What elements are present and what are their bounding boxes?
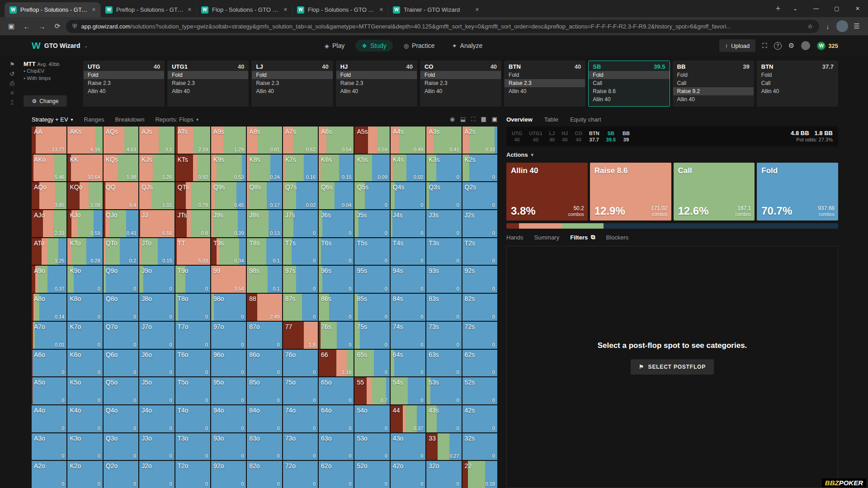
action-allin-40[interactable]: Allin 40 <box>168 87 248 95</box>
matrix-cell-82o[interactable]: 82o0 <box>247 461 282 488</box>
action-call[interactable]: Call <box>757 79 838 87</box>
change-solution-button[interactable]: ⚙ Change <box>24 95 67 107</box>
matrix-cell-43o[interactable]: 43o0 <box>391 433 425 460</box>
matrix-cell-A9s[interactable]: A9s1.29 <box>211 127 246 154</box>
matrix-cell-K6s[interactable]: K6s0.15 <box>319 155 354 182</box>
matrix-cell-AKo[interactable]: AKo5.46 <box>32 155 66 182</box>
action-raise-8-6[interactable]: Raise 8.6 <box>589 87 669 95</box>
matrix-cell-AA[interactable]: AA13.77 <box>32 127 66 154</box>
save-icon[interactable]: ⎙ <box>10 80 14 87</box>
matrix-cell-T7o[interactable]: T7o0 <box>175 322 210 349</box>
matrix-cell-K7s[interactable]: K7s0.16 <box>283 155 318 182</box>
grid-view-icon[interactable]: ▦ <box>481 116 486 123</box>
spot-column-bb-7[interactable]: BB39FoldCallRaise 9.2Allin 40 <box>673 61 754 107</box>
matrix-cell-22[interactable]: 220.18 <box>462 461 497 488</box>
action-call[interactable]: Call <box>589 79 669 87</box>
matrix-cell-T4s[interactable]: T4s0 <box>391 238 425 265</box>
matrix-cell-KJs[interactable]: KJs1.26 <box>139 155 174 182</box>
bookmark-star-icon[interactable]: ☆ <box>807 23 813 30</box>
matrix-cell-84o[interactable]: 84o0 <box>247 405 282 432</box>
matrix-cell-82s[interactable]: 82s0 <box>462 294 497 321</box>
layers-icon[interactable]: ⌗ <box>10 90 14 96</box>
url-text[interactable]: app.gtowizard.com/solutions?solution_typ… <box>81 23 804 30</box>
matrix-cell-96o[interactable]: 96o0 <box>211 350 246 377</box>
matrix-cell-43s[interactable]: 43s0 <box>426 405 461 432</box>
matrix-cell-J9o[interactable]: J9o0 <box>139 266 174 293</box>
reload-icon[interactable]: ⟳ <box>51 19 64 33</box>
matrix-cell-42o[interactable]: 42o0 <box>391 461 425 488</box>
matrix-cell-K8o[interactable]: K8o0 <box>67 294 102 321</box>
action-card-call[interactable]: Call 12.6% 167.1combos <box>674 163 755 221</box>
matrix-cell-A7o[interactable]: A7o0.01 <box>32 322 66 349</box>
matrix-cell-K4o[interactable]: K4o0 <box>67 405 102 432</box>
matrix-cell-42s[interactable]: 42s0 <box>462 405 497 432</box>
matrix-cell-T9o[interactable]: T9o0 <box>175 266 210 293</box>
matrix-cell-66[interactable]: 661.18 <box>319 350 354 377</box>
actions-dropdown[interactable]: Actions ▾ <box>506 146 838 163</box>
matrix-cell-63o[interactable]: 63o0 <box>319 433 354 460</box>
expand-icon[interactable]: ⛶ <box>471 116 475 123</box>
matrix-cell-J5s[interactable]: J5s0 <box>354 210 389 237</box>
matrix-cell-95o[interactable]: 95o0 <box>211 377 246 404</box>
matrix-cell-53s[interactable]: 53s0 <box>426 377 461 404</box>
matrix-cell-KQs[interactable]: KQs1.98 <box>104 155 138 182</box>
matrix-cell-J4s[interactable]: J4s0 <box>391 210 425 237</box>
matrix-cell-Q3s[interactable]: Q3s0 <box>426 182 461 209</box>
matrix-cell-T5s[interactable]: T5s0 <box>354 238 389 265</box>
measure-icon[interactable]: ⌶ <box>10 99 14 106</box>
tab-close-icon[interactable]: ✕ <box>92 7 96 13</box>
matrix-cell-92s[interactable]: 92s0 <box>462 266 497 293</box>
wizard-coins[interactable]: W 325 <box>817 42 838 50</box>
browser-tab-3[interactable]: WFlop - Solutions - GTO Wizard✕ <box>292 2 388 17</box>
matrix-cell-J3s[interactable]: J3s0 <box>426 210 461 237</box>
matrix-cell-76o[interactable]: 76o0 <box>283 350 318 377</box>
matrix-cell-83s[interactable]: 83s0 <box>426 294 461 321</box>
action-allin-40[interactable]: Allin 40 <box>673 95 754 103</box>
matrix-cell-Q3o[interactable]: Q3o0 <box>104 433 138 460</box>
browser-tab-0[interactable]: WPreflop - Solutions - GTO Wizard✕ <box>5 2 100 17</box>
matrix-cell-52o[interactable]: 52o0 <box>354 461 389 488</box>
matrix-cell-A3o[interactable]: A3o0 <box>32 433 66 460</box>
matrix-cell-K3s[interactable]: K3s0 <box>426 155 461 182</box>
matrix-cell-KQo[interactable]: KQo1.08 <box>67 182 102 209</box>
action-raise-2-3[interactable]: Raise 2.3 <box>84 79 164 87</box>
matrix-cell-52s[interactable]: 52s0 <box>462 377 497 404</box>
matrix-cell-KJo[interactable]: KJo0.59 <box>67 210 102 237</box>
matrix-cell-62o[interactable]: 62o0 <box>319 461 354 488</box>
matrix-cell-32o[interactable]: 32o0 <box>426 461 461 488</box>
matrix-cell-T4o[interactable]: T4o0 <box>175 405 210 432</box>
matrix-cell-88[interactable]: 882.49 <box>247 294 282 321</box>
subtab-filters[interactable]: Filters ⧉ <box>570 234 595 241</box>
matrix-cell-86o[interactable]: 86o0 <box>247 350 282 377</box>
matrix-cell-Q2o[interactable]: Q2o0 <box>104 461 138 488</box>
spot-column-utg1-1[interactable]: UTG140FoldRaise 2.3Allin 40 <box>167 61 249 107</box>
matrix-cell-KTo[interactable]: KTo0.28 <box>67 238 102 265</box>
matrix-cell-J5o[interactable]: J5o0 <box>139 377 174 404</box>
action-fold[interactable]: Fold <box>505 71 585 79</box>
matrix-cell-T3o[interactable]: T3o0 <box>175 433 210 460</box>
matrix-cell-64s[interactable]: 64s0 <box>391 350 425 377</box>
matrix-cell-T5o[interactable]: T5o0 <box>175 377 210 404</box>
browser-tab-4[interactable]: WTrainer - GTO Wizard✕ <box>388 2 484 17</box>
matrix-cell-K5o[interactable]: K5o0 <box>67 377 102 404</box>
matrix-cell-94s[interactable]: 94s0 <box>391 266 425 293</box>
new-tab-button[interactable]: + <box>771 0 785 17</box>
matrix-cell-87o[interactable]: 87o0 <box>247 322 282 349</box>
matrix-cell-ATo[interactable]: ATo1.25 <box>32 238 66 265</box>
matrix-cell-A2s[interactable]: A2s0.33 <box>462 127 497 154</box>
tab-equity-chart[interactable]: Equity chart <box>570 116 601 123</box>
spot-column-co-4[interactable]: CO40FoldRaise 2.3Allin 40 <box>420 61 501 107</box>
matrix-cell-94o[interactable]: 94o0 <box>211 405 246 432</box>
matrix-cell-T2s[interactable]: T2s0 <box>462 238 497 265</box>
display-icon[interactable]: ⬓ <box>460 116 466 123</box>
matrix-cell-K3o[interactable]: K3o0 <box>67 433 102 460</box>
matrix-cell-K4s[interactable]: K4s0.02 <box>391 155 425 182</box>
matrix-cell-62s[interactable]: 62s0 <box>462 350 497 377</box>
matrix-cell-T6o[interactable]: T6o0 <box>175 350 210 377</box>
matrix-cell-J8o[interactable]: J8o0 <box>139 294 174 321</box>
matrix-cell-73s[interactable]: 73s0 <box>426 322 461 349</box>
action-allin-40[interactable]: Allin 40 <box>757 87 838 95</box>
matrix-cell-QQ[interactable]: QQ8.4 <box>104 182 138 209</box>
matrix-cell-J6s[interactable]: J6s0 <box>319 210 354 237</box>
brand[interactable]: W GTO Wizard ⌄ <box>32 40 88 51</box>
